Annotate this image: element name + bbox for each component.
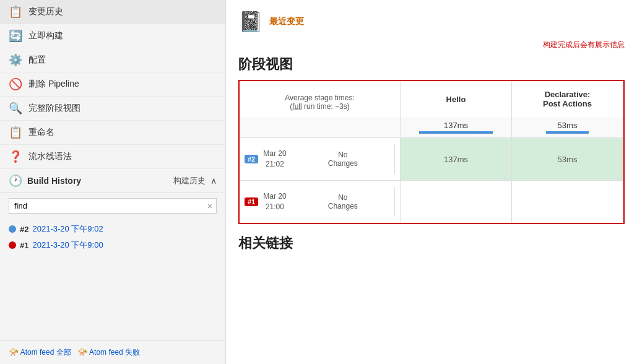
stage-view-title: 阶段视图 <box>238 55 625 74</box>
related-links-title: 相关链接 <box>238 234 625 253</box>
build-badge-1[interactable]: #1 <box>245 197 258 206</box>
feed-icon: 📯 <box>9 347 19 357</box>
main-content: 📓 最近变更 构建完成后会有展示信息 阶段视图 Average stage ti… <box>226 0 637 364</box>
no-changes-cell-2: NoChanges <box>292 144 395 174</box>
avg-time-value: 137ms <box>444 121 468 130</box>
build-info-note: 构建完成后会有展示信息 <box>238 40 625 50</box>
sidebar-item-label: 删除 Pipeline <box>28 79 79 90</box>
sidebar-item-label: 完整阶段视图 <box>28 103 80 114</box>
sidebar-item-label: 变更历史 <box>28 6 63 17</box>
sidebar-item-label: 流水线语法 <box>28 151 72 162</box>
sidebar-item-label: 立即构建 <box>28 30 63 41</box>
build-item: #1 2021-3-20 下午9:00 <box>9 237 217 253</box>
stage-time-bar-hello <box>419 131 493 134</box>
build-item: #2 2021-3-20 下午9:02 <box>9 221 217 237</box>
config-icon: ⚙️ <box>9 53 22 67</box>
stage-result-post-1[interactable] <box>512 181 623 223</box>
build-link[interactable]: 2021-3-20 下午9:00 <box>32 240 103 251</box>
col-header-label: Hello <box>446 95 466 104</box>
stage-view-container: Average stage times: (full run time: ~3s… <box>238 80 625 224</box>
sidebar-item-label: 配置 <box>28 54 46 66</box>
stage-avg-time-hello: 137ms <box>401 117 512 137</box>
sidebar-item-rename[interactable]: 📋 重命名 <box>0 121 225 145</box>
feed-icon-2: 📯 <box>77 347 87 357</box>
build-status-dot <box>9 241 16 249</box>
build-date-line1: Mar 20 <box>263 149 286 159</box>
sidebar-item-change-history[interactable]: 📋 变更历史 <box>0 0 225 24</box>
sidebar-item-label: 重命名 <box>28 127 54 138</box>
sidebar-footer: 📯 Atom feed 全部 📯 Atom feed 失败 <box>0 340 225 364</box>
sidebar-item-config[interactable]: ⚙️ 配置 <box>0 48 225 72</box>
atom-feed-all-link[interactable]: Atom feed 全部 <box>20 348 71 357</box>
stage-result-post-2[interactable]: 53ms <box>512 138 623 180</box>
stage-build-info-1: #1 Mar 20 21:00 NoChanges <box>240 181 401 223</box>
sidebar-item-pipeline-syntax[interactable]: ❓ 流水线语法 <box>0 145 225 169</box>
stage-result-hello-1[interactable] <box>401 181 512 223</box>
stage-time-avg-placeholder <box>240 117 401 137</box>
build-date-line2: 21:00 <box>263 202 286 212</box>
avg-time-value: 53ms <box>558 121 578 130</box>
stage-header-row: Average stage times: (full run time: ~3s… <box>240 81 623 117</box>
build-list: #2 2021-3-20 下午9:02 #1 2021-3-20 下午9:00 <box>0 219 225 256</box>
stage-build-row-1: #1 Mar 20 21:00 NoChanges <box>240 180 623 223</box>
stage-avg-time-post: 53ms <box>512 117 623 137</box>
stage-result-hello-2[interactable]: 137ms <box>401 138 512 180</box>
no-changes-cell-1: NoChanges <box>292 187 395 217</box>
build-badge-2[interactable]: #2 <box>245 155 258 163</box>
result-value: 53ms <box>558 155 578 164</box>
stage-col-header-hello: Hello <box>401 81 512 117</box>
build-number: #2 <box>20 225 28 234</box>
build-date-line2: 21:02 <box>263 159 286 170</box>
stage-avg-cell: Average stage times: (full run time: ~3s… <box>240 81 401 117</box>
build-history-header: 🕐 Build History 构建历史 ∧ <box>0 169 225 193</box>
build-history-collapse-icon[interactable]: ∧ <box>210 176 217 186</box>
build-number: #1 <box>20 241 28 250</box>
recent-changes-section: 📓 最近变更 <box>238 10 625 33</box>
delete-icon: 🚫 <box>9 77 22 91</box>
stage-build-info-2: #2 Mar 20 21:02 NoChanges <box>240 138 401 180</box>
search-input[interactable] <box>13 200 207 212</box>
avg-stage-times-label: Average stage times: <box>285 93 355 102</box>
build-link[interactable]: 2021-3-20 下午9:02 <box>32 223 103 235</box>
recent-changes-label: 最近变更 <box>269 16 304 27</box>
build-date-line1: Mar 20 <box>263 191 286 202</box>
stage-col-header-post-actions: Declarative:Post Actions <box>512 81 623 117</box>
notebook-icon: 📓 <box>238 10 263 33</box>
stage-time-bar-post <box>546 131 588 134</box>
sidebar-item-full-stage-view[interactable]: 🔍 完整阶段视图 <box>0 97 225 121</box>
clear-search-button[interactable]: × <box>207 201 212 211</box>
build-history-icon: 🕐 <box>9 174 22 188</box>
build-status-dot <box>9 225 16 233</box>
sidebar: 📋 变更历史 🔄 立即构建 ⚙️ 配置 🚫 删除 Pipeline 🔍 完整阶段… <box>0 0 226 364</box>
build-date-1: Mar 20 21:00 <box>263 191 286 212</box>
col-header-label: Declarative:Post Actions <box>543 90 592 108</box>
full-link[interactable]: full <box>292 102 301 111</box>
build-now-icon: 🔄 <box>9 29 22 43</box>
result-value: 137ms <box>444 155 468 164</box>
search-icon: 🔍 <box>9 102 22 115</box>
build-history-subtitle: 构建历史 <box>173 175 206 186</box>
sidebar-item-build-now[interactable]: 🔄 立即构建 <box>0 24 225 48</box>
help-icon: ❓ <box>9 150 22 163</box>
avg-runtime-label: (full run time: ~3s) <box>290 102 349 111</box>
rename-icon: 📋 <box>9 126 22 139</box>
stage-avg-time-row: 137ms 53ms <box>240 117 623 137</box>
search-bar: × <box>9 198 217 214</box>
atom-feed-fail-link[interactable]: Atom feed 失败 <box>89 348 140 357</box>
build-date-2: Mar 20 21:02 <box>263 149 286 170</box>
stage-build-row-2: #2 Mar 20 21:02 NoChanges 137ms 53ms <box>240 137 623 180</box>
change-history-icon: 📋 <box>9 5 22 19</box>
sidebar-item-delete-pipeline[interactable]: 🚫 删除 Pipeline <box>0 72 225 97</box>
build-history-title: Build History <box>27 176 168 186</box>
